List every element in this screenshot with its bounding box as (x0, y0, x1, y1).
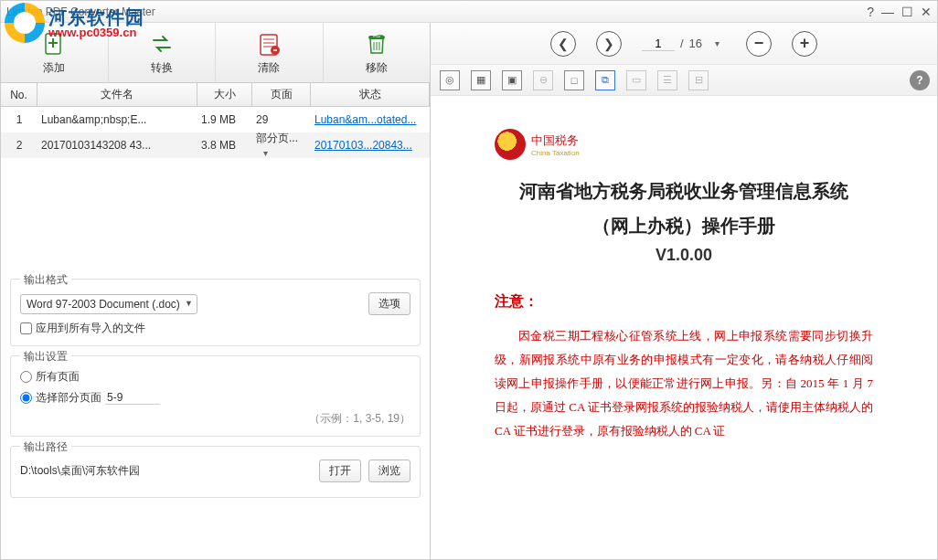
tax-logo-icon (495, 129, 526, 160)
zoom-out-button[interactable]: − (746, 31, 772, 57)
cell-size: 3.8 MB (197, 139, 252, 152)
output-settings-legend: 输出设置 (20, 349, 71, 365)
page-total: 16 (689, 37, 702, 50)
cell-pages: 部分页... (256, 132, 298, 144)
select-pages-label: 选择部分页面 (36, 390, 101, 406)
document-page: 中国税务 China Taxation 河南省地方税务局税收业务管理信息系统 （… (469, 112, 899, 460)
select-pages-radio[interactable]: 选择部分页面 (20, 390, 410, 406)
preview-nav: ❮ ❯ / 16 ▾ − + (431, 23, 937, 65)
preview-toolbar: ◎ ▦ ▣ ⊖ □ ⧉ ▭ ☰ ⊟ ? (431, 65, 937, 96)
add-icon (39, 29, 69, 58)
trash-icon (362, 29, 391, 58)
tool-grid-icon[interactable]: ▦ (471, 70, 491, 90)
tool-rect-minus-icon[interactable]: ▭ (626, 70, 646, 90)
apply-all-label: 应用到所有导入的文件 (36, 321, 145, 336)
tool-image-icon[interactable]: ▣ (502, 70, 522, 90)
page-range-input[interactable] (105, 391, 160, 405)
doc-title-l2: （网上办税）操作手册 (495, 211, 873, 240)
page-range-example: （示例：1, 3-5, 19） (20, 411, 410, 427)
table-row[interactable]: 2 20170103143208 43... 3.8 MB 部分页...▾ 20… (1, 132, 430, 158)
chevron-down-icon[interactable]: ▾ (708, 37, 726, 51)
cell-no: 1 (1, 113, 37, 126)
tool-rows-icon[interactable]: ☰ (657, 70, 677, 90)
clear-button[interactable]: 清除 (216, 23, 324, 82)
output-settings-group: 输出设置 所有页面 选择部分页面 （示例：1, 3-5, 19） (10, 355, 421, 437)
add-label: 添加 (43, 60, 65, 76)
clear-label: 清除 (258, 60, 280, 76)
table-body: 1 Luban&amp;nbsp;E... 1.9 MB 29 Luban&am… (1, 107, 430, 271)
th-status[interactable]: 状态 (311, 83, 430, 106)
close-icon[interactable]: ✕ (921, 5, 932, 19)
help-icon[interactable]: ? (867, 5, 874, 19)
apply-all-checkbox[interactable]: 应用到所有导入的文件 (20, 321, 410, 336)
cell-size: 1.9 MB (197, 113, 252, 126)
help-button[interactable]: ? (910, 70, 930, 90)
tool-circle-minus-icon[interactable]: ⊖ (533, 70, 553, 90)
tool-crop-icon[interactable]: ⧉ (595, 70, 615, 90)
preview-area[interactable]: 中国税务 China Taxation 河南省地方税务局税收业务管理信息系统 （… (431, 96, 937, 559)
browse-button[interactable]: 浏览 (368, 460, 410, 482)
prev-page-button[interactable]: ❮ (550, 31, 576, 57)
maximize-icon[interactable]: ☐ (901, 5, 913, 19)
zoom-in-button[interactable]: + (792, 31, 817, 57)
doc-title-l1: 河南省地方税务局税收业务管理信息系统 (495, 176, 873, 206)
output-path-legend: 输出路径 (20, 439, 71, 455)
options-button[interactable]: 选项 (368, 292, 410, 315)
all-pages-radio[interactable]: 所有页面 (20, 369, 410, 385)
doc-body: 因金税三期工程核心征管系统上线，网上申报系统需要同步切换升级，新网报系统中原有业… (495, 324, 873, 443)
th-size[interactable]: 大小 (197, 83, 252, 106)
main-toolbar: 添加 转换 清除 移除 (1, 23, 430, 83)
cell-status-link[interactable]: Luban&am...otated... (311, 113, 430, 126)
right-pane: ❮ ❯ / 16 ▾ − + ◎ ▦ ▣ ⊖ □ ⧉ ▭ ☰ (431, 23, 937, 559)
minimize-icon[interactable]: — (881, 5, 894, 19)
cell-pages: 29 (252, 113, 311, 126)
remove-button[interactable]: 移除 (324, 23, 431, 82)
output-format-group: 输出格式 Word 97-2003 Document (.doc) 选项 应用到… (10, 279, 421, 346)
output-path-input[interactable] (20, 465, 312, 478)
window-title: Lighten PDF Converter Master (6, 5, 867, 18)
next-page-button[interactable]: ❯ (596, 31, 622, 57)
format-select[interactable]: Word 97-2003 Document (.doc) (20, 294, 197, 314)
tool-frame-icon[interactable]: □ (564, 70, 584, 90)
page-slash: / (680, 37, 684, 50)
output-path-group: 输出路径 打开 浏览 (10, 446, 421, 498)
th-name[interactable]: 文件名 (37, 83, 197, 106)
cell-name: Luban&amp;nbsp;E... (37, 113, 197, 126)
select-pages-input[interactable] (20, 392, 32, 404)
remove-label: 移除 (366, 60, 388, 76)
titlebar: 河东软件园 www.pc0359.cn Lighten PDF Converte… (1, 1, 937, 23)
th-no[interactable]: No. (1, 83, 37, 106)
tool-box-minus-icon[interactable]: ⊟ (688, 70, 709, 90)
convert-button[interactable]: 转换 (109, 23, 217, 82)
table-row[interactable]: 1 Luban&amp;nbsp;E... 1.9 MB 29 Luban&am… (1, 107, 430, 132)
logo-sub: China Taxation (531, 149, 580, 157)
open-button[interactable]: 打开 (319, 460, 361, 482)
doc-note-label: 注意： (495, 292, 873, 312)
logo-text: 中国税务 (531, 132, 580, 149)
chevron-down-icon[interactable]: ▾ (256, 146, 274, 161)
clear-icon (254, 29, 283, 58)
th-pages[interactable]: 页面 (252, 83, 311, 106)
cell-name: 20170103143208 43... (37, 139, 197, 152)
cell-no: 2 (1, 139, 37, 152)
tool-marquee-icon[interactable]: ◎ (440, 70, 460, 90)
convert-label: 转换 (151, 60, 173, 76)
apply-all-input[interactable] (20, 322, 32, 334)
all-pages-input[interactable] (20, 371, 32, 383)
output-format-legend: 输出格式 (20, 272, 71, 288)
convert-icon (147, 29, 176, 58)
format-selected: Word 97-2003 Document (.doc) (27, 298, 180, 311)
left-pane: 添加 转换 清除 移除 (1, 23, 431, 559)
doc-version: V1.0.00 (495, 246, 873, 265)
table-header: No. 文件名 大小 页面 状态 (1, 83, 430, 107)
add-button[interactable]: 添加 (1, 23, 109, 82)
all-pages-label: 所有页面 (36, 369, 80, 385)
page-number-input[interactable] (642, 37, 675, 51)
cell-status-link[interactable]: 20170103...20843... (311, 139, 430, 152)
doc-logo: 中国税务 China Taxation (495, 129, 873, 160)
